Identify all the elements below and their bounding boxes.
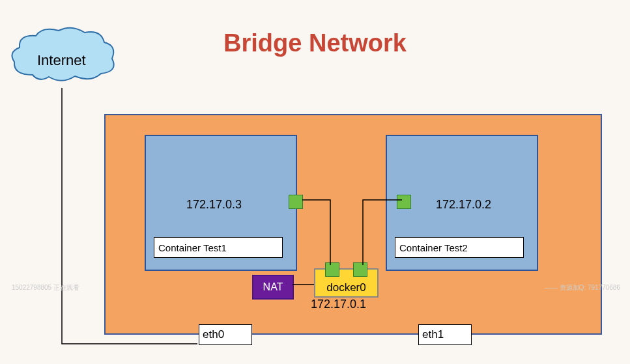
internet-label: Internet: [37, 52, 86, 69]
docker0-port-right-icon: [353, 262, 367, 277]
eth1-interface: eth1: [418, 324, 472, 345]
container2-ip: 172.17.0.2: [436, 198, 491, 212]
container1-ip: 172.17.0.3: [186, 198, 242, 212]
docker0-port-left-icon: [325, 262, 339, 277]
docker0-bridge: docker0: [314, 268, 379, 298]
docker0-label: docker0: [326, 281, 365, 294]
container2-port-icon: [397, 195, 411, 209]
diagram-title: Bridge Network: [223, 29, 407, 57]
container1-name: Container Test1: [154, 237, 283, 258]
container-test1: 172.17.0.3 Container Test1: [145, 135, 297, 271]
docker0-ip: 172.17.0.1: [311, 298, 366, 311]
host-box: 172.17.0.3 Container Test1 172.17.0.2 Co…: [104, 114, 602, 335]
container2-name: Container Test2: [395, 237, 524, 258]
container-test2: 172.17.0.2 Container Test2: [386, 135, 538, 271]
eth0-interface: eth0: [199, 324, 252, 345]
watermark-right: —— 资源加Q: 791770686: [545, 283, 620, 292]
nat-box: NAT: [252, 275, 294, 300]
container1-port-icon: [289, 195, 303, 209]
watermark-left: 15022798805 正在观看: [12, 283, 79, 292]
